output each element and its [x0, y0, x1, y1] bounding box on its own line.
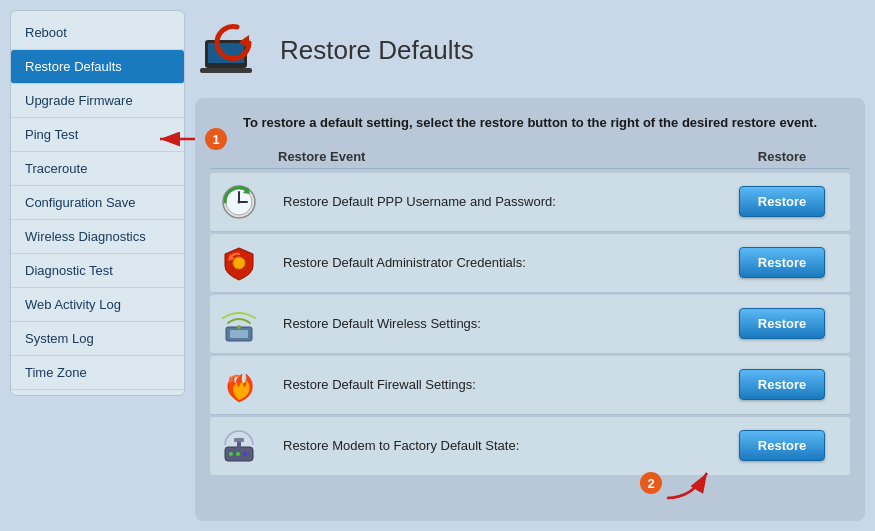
sidebar: RebootRestore DefaultsUpgrade FirmwarePi…: [10, 10, 185, 396]
sidebar-item-diagnostic-test[interactable]: Diagnostic Test: [11, 254, 184, 288]
restore-btn-4[interactable]: Restore: [739, 369, 825, 400]
row-icon-fire: [218, 364, 260, 406]
restore-btn-3[interactable]: Restore: [739, 308, 825, 339]
row-icon-wifi: [218, 303, 260, 345]
table-row: Restore Default PPP Username and Passwor…: [210, 173, 850, 232]
content-panel: To restore a default setting, select the…: [195, 98, 865, 521]
col-icon-header: [218, 149, 278, 164]
svg-rect-23: [234, 438, 244, 442]
table-row: Restore Modem to Factory Default State:R…: [210, 417, 850, 475]
svg-point-16: [237, 325, 241, 329]
sidebar-item-ping-test[interactable]: Ping Test: [11, 118, 184, 152]
row-label: Restore Default PPP Username and Passwor…: [278, 194, 722, 209]
svg-rect-4: [200, 68, 252, 73]
row-icon-clock: [218, 181, 260, 223]
row-label: Restore Default Administrator Credential…: [278, 255, 722, 270]
row-label: Restore Modem to Factory Default State:: [278, 438, 722, 453]
sidebar-item-time-zone[interactable]: Time Zone: [11, 356, 184, 390]
col-restore-header: Restore: [722, 149, 842, 164]
sidebar-item-reboot[interactable]: Reboot: [11, 16, 184, 50]
row-action: Restore: [722, 369, 842, 400]
sidebar-item-upgrade-firmware[interactable]: Upgrade Firmware: [11, 84, 184, 118]
sidebar-item-traceroute[interactable]: Traceroute: [11, 152, 184, 186]
svg-point-10: [238, 200, 241, 203]
sidebar-item-restore-defaults[interactable]: Restore Defaults: [11, 50, 184, 84]
page-header: Restore Defaults: [195, 10, 865, 90]
restore-btn-1[interactable]: Restore: [739, 186, 825, 217]
svg-point-20: [236, 452, 240, 456]
svg-point-12: [233, 257, 245, 269]
row-label: Restore Default Firewall Settings:: [278, 377, 722, 392]
instruction-text: To restore a default setting, select the…: [210, 113, 850, 133]
sidebar-item-web-activity-log[interactable]: Web Activity Log: [11, 288, 184, 322]
restore-icon: [195, 15, 265, 85]
row-action: Restore: [722, 186, 842, 217]
restore-btn-5[interactable]: Restore: [739, 430, 825, 461]
svg-rect-22: [237, 441, 241, 449]
page-title: Restore Defaults: [280, 35, 474, 66]
row-action: Restore: [722, 308, 842, 339]
restore-btn-2[interactable]: Restore: [739, 247, 825, 278]
row-icon-modem: [218, 425, 260, 467]
page-icon: [195, 15, 265, 85]
main-content: Restore Defaults To restore a default se…: [195, 10, 865, 521]
sidebar-item-configuration-save[interactable]: Configuration Save: [11, 186, 184, 220]
table-row: Restore Default Firewall Settings:Restor…: [210, 356, 850, 415]
sidebar-item-system-log[interactable]: System Log: [11, 322, 184, 356]
table-row: Restore Default Wireless Settings:Restor…: [210, 295, 850, 354]
table-row: Restore Default Administrator Credential…: [210, 234, 850, 293]
svg-point-19: [229, 452, 233, 456]
row-action: Restore: [722, 247, 842, 278]
row-label: Restore Default Wireless Settings:: [278, 316, 722, 331]
table-rows: Restore Default PPP Username and Passwor…: [210, 173, 850, 475]
row-action: Restore: [722, 430, 842, 461]
sidebar-item-wireless-diagnostics[interactable]: Wireless Diagnostics: [11, 220, 184, 254]
svg-rect-15: [230, 330, 248, 338]
svg-point-21: [243, 452, 247, 456]
row-icon-shield: [218, 242, 260, 284]
col-event-header: Restore Event: [278, 149, 722, 164]
table-header: Restore Event Restore: [210, 145, 850, 169]
